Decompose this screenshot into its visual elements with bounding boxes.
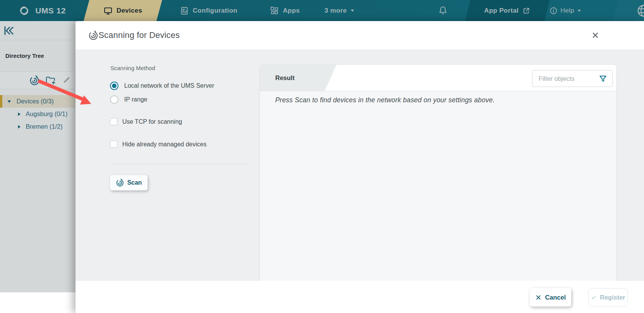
- help-menu[interactable]: Help: [547, 0, 584, 21]
- filter-objects-field: [532, 70, 613, 87]
- modal-footer: Cancel Register: [76, 281, 644, 313]
- divider: [0, 89, 76, 89]
- sidebar-title: Directory Tree: [5, 52, 44, 59]
- result-header-slant: [260, 65, 337, 91]
- modal-header: Scanning for Devices: [76, 21, 644, 49]
- scan-button-label: Scan: [127, 179, 142, 186]
- caret-right-icon: [17, 125, 21, 129]
- chevron-down-icon: [577, 8, 582, 13]
- close-modal-button[interactable]: [591, 31, 600, 39]
- checkbox-icon: [110, 118, 117, 125]
- tree-item-label: Devices (0/3): [16, 98, 54, 105]
- tree-item-bremen[interactable]: Bremen (1/2): [0, 120, 76, 133]
- pencil-icon: [62, 75, 71, 85]
- monitor-icon: [104, 6, 113, 15]
- caret-down-icon: [7, 99, 12, 104]
- radio-ip-range[interactable]: IP range: [110, 95, 147, 104]
- tab-label: Apps: [283, 7, 300, 15]
- tab-configuration[interactable]: Configuration: [166, 0, 251, 21]
- tab-label: Devices: [117, 7, 142, 15]
- tab-apps[interactable]: Apps: [264, 0, 306, 21]
- top-navigation-bar: UMS 12 Devices Configuration: [0, 0, 644, 21]
- modal-body: Scanning Method Local network of the UMS…: [76, 49, 644, 281]
- tree-item-devices[interactable]: Devices (0/3): [0, 95, 76, 108]
- caret-right-icon: [17, 112, 21, 116]
- checkbox-icon: [110, 141, 117, 148]
- tree-item-label: Bremen (1/2): [26, 123, 62, 130]
- x-icon: [535, 294, 542, 301]
- register-button[interactable]: Register: [588, 288, 628, 306]
- cancel-button-label: Cancel: [545, 294, 566, 301]
- selection-bar: [0, 95, 2, 108]
- brand: UMS 12: [13, 0, 71, 21]
- tab-label: Configuration: [193, 7, 238, 15]
- collapse-left-icon: [3, 25, 15, 37]
- register-button-label: Register: [600, 294, 625, 301]
- collapse-sidebar-button[interactable]: [3, 25, 15, 37]
- language-globe-button[interactable]: [635, 0, 644, 21]
- filter-objects-input[interactable]: [532, 70, 597, 87]
- edit-button[interactable]: [62, 75, 72, 86]
- divider: [0, 40, 76, 40]
- scan-button[interactable]: Scan: [110, 175, 148, 190]
- scan-devices-button[interactable]: [29, 75, 40, 86]
- radio-label: IP range: [124, 96, 147, 103]
- chevron-down-icon: [350, 8, 355, 13]
- scanning-for-devices-modal: Scanning for Devices Scanning Method Loc…: [76, 21, 644, 313]
- app-portal-label: App Portal: [484, 7, 519, 15]
- app-window: UMS 12 Devices Configuration: [0, 0, 644, 313]
- brand-label: UMS 12: [35, 6, 66, 15]
- checkbox-use-tcp[interactable]: Use TCP for scanning: [110, 118, 182, 125]
- checkbox-hide-managed[interactable]: Hide already managed devices: [110, 141, 207, 148]
- globe-icon: [637, 4, 644, 18]
- cancel-button[interactable]: Cancel: [530, 288, 571, 306]
- sidebar-toolbar: [0, 72, 76, 89]
- bell-icon: [438, 5, 448, 16]
- more-label: 3 more: [324, 7, 347, 15]
- scan-radar-icon: [116, 179, 124, 187]
- app-portal-link[interactable]: App Portal: [465, 0, 550, 21]
- directory-tree: Devices (0/3) Augsburg (0/1) Bremen (1/2…: [0, 95, 76, 133]
- clipboard-check-icon: [180, 6, 189, 15]
- notifications-bell-button[interactable]: [434, 0, 451, 21]
- modal-title: Scanning for Devices: [99, 30, 180, 40]
- result-hint-text: Press Scan to find devices in the networ…: [275, 96, 495, 104]
- close-icon: [591, 31, 600, 39]
- result-title: Result: [275, 65, 294, 91]
- radio-local-network[interactable]: Local network of the UMS Server: [110, 82, 214, 90]
- result-header: Result: [260, 65, 616, 91]
- check-icon: [591, 294, 596, 301]
- external-link-icon: [522, 7, 531, 15]
- grid-icon: [270, 6, 279, 15]
- folder-plus-icon: [45, 75, 56, 86]
- add-folder-button[interactable]: [45, 75, 56, 86]
- tree-item-augsburg[interactable]: Augsburg (0/1): [0, 108, 76, 120]
- checkbox-label: Use TCP for scanning: [122, 118, 182, 125]
- igel-logo-icon: [18, 4, 31, 17]
- radio-label: Local network of the UMS Server: [124, 82, 214, 89]
- result-panel: Result Press Scan to find devices in the…: [260, 65, 616, 281]
- info-circle-icon: [549, 7, 558, 15]
- divider: [110, 164, 248, 164]
- help-label: Help: [560, 7, 574, 15]
- scan-radar-icon: [29, 75, 40, 86]
- tab-devices[interactable]: Devices: [84, 0, 162, 21]
- radio-selected-icon: [110, 82, 118, 90]
- tree-item-label: Augsburg (0/1): [26, 110, 67, 118]
- funnel-icon: [598, 74, 608, 84]
- radio-unselected-icon: [110, 95, 118, 104]
- scan-radar-icon: [88, 30, 99, 41]
- more-menu[interactable]: 3 more: [317, 0, 363, 21]
- scanning-method-label: Scanning Method: [110, 65, 155, 71]
- sidebar: Directory Tree: [0, 21, 76, 292]
- checkbox-label: Hide already managed devices: [122, 141, 207, 148]
